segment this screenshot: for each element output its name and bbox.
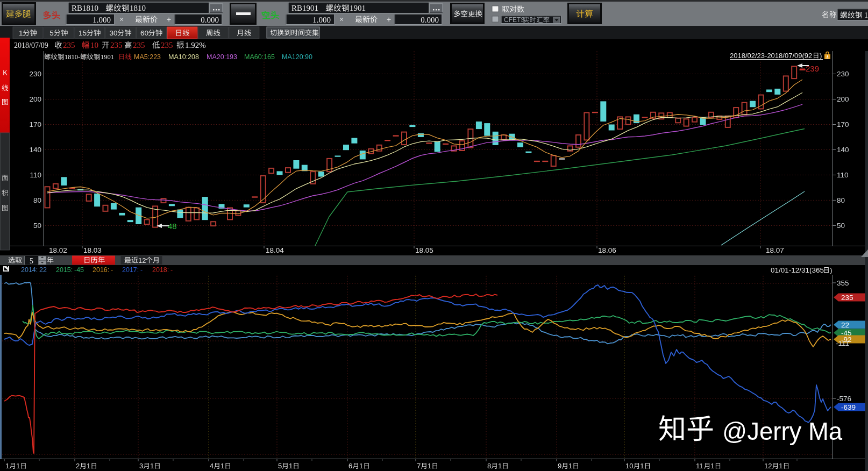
svg-text:140: 140	[29, 146, 41, 154]
svg-text:30: 30	[110, 29, 118, 37]
svg-text:235: 235	[161, 41, 173, 49]
svg-text:): )	[820, 52, 822, 60]
svg-text:1: 1	[498, 462, 502, 470]
svg-text:170: 170	[837, 120, 849, 129]
svg-text:80: 80	[33, 196, 41, 204]
svg-text:1: 1	[220, 462, 224, 470]
svg-text:MA60:165: MA60:165	[244, 53, 275, 61]
svg-text:5: 5	[49, 29, 54, 37]
svg-text:230: 230	[837, 70, 849, 78]
svg-text:1.000: 1.000	[312, 16, 331, 24]
svg-text:5: 5	[278, 462, 282, 470]
svg-text:1: 1	[359, 462, 363, 470]
svg-text:18.02: 18.02	[49, 246, 67, 254]
svg-text:RB1901: RB1901	[291, 4, 318, 12]
svg-text:-: -	[111, 266, 113, 274]
svg-text:22: 22	[841, 321, 849, 329]
svg-text:1: 1	[779, 462, 782, 470]
svg-text:10: 10	[90, 41, 98, 49]
svg-text:×: ×	[119, 15, 124, 24]
svg-text:7: 7	[417, 462, 421, 470]
svg-text:9: 9	[558, 462, 561, 470]
svg-text:200: 200	[29, 95, 41, 103]
svg-text:MA10:208: MA10:208	[168, 53, 199, 61]
svg-text:15: 15	[79, 29, 87, 37]
svg-text:1: 1	[568, 462, 572, 470]
svg-text:-639: -639	[841, 403, 856, 411]
svg-text:235: 235	[133, 41, 145, 49]
svg-text:50: 50	[837, 222, 845, 230]
svg-text:+: +	[387, 15, 391, 24]
svg-text:2016:: 2016:	[93, 266, 109, 274]
svg-text:1: 1	[289, 462, 293, 470]
svg-text:1: 1	[710, 462, 714, 470]
svg-text:1.92%: 1.92%	[185, 41, 206, 49]
svg-text:170: 170	[29, 120, 41, 129]
svg-text:2014:: 2014:	[21, 266, 38, 274]
svg-text:0.000: 0.000	[421, 16, 439, 24]
svg-text:1: 1	[428, 462, 431, 470]
svg-text:2015:: 2015:	[56, 266, 73, 274]
svg-text:CFETS: CFETS	[504, 16, 525, 24]
svg-text:1: 1	[150, 462, 154, 470]
svg-text:1: 1	[640, 462, 644, 470]
svg-text:-45: -45	[74, 266, 84, 274]
svg-text:-111: -111	[836, 339, 849, 347]
svg-text:239: 239	[806, 64, 819, 73]
svg-text:5: 5	[30, 257, 33, 265]
svg-text:2018:: 2018:	[152, 266, 169, 274]
svg-text:18.04: 18.04	[266, 246, 284, 254]
svg-text:MA120:90: MA120:90	[282, 53, 312, 61]
svg-text:80: 80	[837, 196, 845, 204]
svg-text:-: -	[140, 266, 143, 274]
svg-text:140: 140	[837, 146, 849, 154]
svg-text:3: 3	[139, 462, 143, 470]
svg-text:60: 60	[140, 29, 148, 37]
svg-text:200: 200	[837, 95, 849, 103]
svg-text:-576: -576	[837, 395, 851, 403]
svg-text:11: 11	[696, 462, 703, 470]
svg-text:6: 6	[348, 462, 352, 470]
svg-text:2018/07/09: 2018/07/09	[14, 41, 48, 49]
svg-text:230: 230	[29, 70, 41, 78]
svg-text:1: 1	[5, 462, 9, 470]
svg-text:@Jerry Ma: @Jerry Ma	[722, 418, 843, 445]
svg-text:0.000: 0.000	[201, 16, 219, 24]
svg-text:22: 22	[39, 266, 47, 274]
svg-text:235: 235	[110, 41, 123, 49]
svg-text:18.03: 18.03	[83, 246, 102, 254]
svg-text:50: 50	[33, 222, 41, 230]
svg-text:MA5:223: MA5:223	[134, 53, 161, 61]
svg-text:1810-: 1810-	[65, 53, 80, 61]
svg-text:+: +	[167, 15, 171, 24]
svg-text:18.06: 18.06	[598, 246, 616, 254]
svg-text:2018/02/23-2018/07/09(92: 2018/02/23-2018/07/09(92	[730, 52, 812, 60]
svg-text:1.000: 1.000	[93, 16, 111, 24]
svg-text:2017:: 2017:	[122, 266, 139, 274]
svg-text:1810: 1810	[130, 4, 146, 12]
svg-text:1901: 1901	[350, 4, 366, 12]
svg-text:RB1810: RB1810	[72, 4, 98, 12]
svg-text:10: 10	[625, 462, 633, 470]
svg-text:355: 355	[837, 279, 849, 287]
svg-text:235: 235	[841, 294, 853, 302]
svg-text:4: 4	[210, 462, 214, 470]
svg-text:1: 1	[864, 11, 868, 19]
svg-text:1901: 1901	[101, 53, 114, 61]
svg-text:-: -	[170, 266, 173, 274]
svg-text:): )	[830, 266, 833, 274]
svg-text:48: 48	[168, 222, 177, 231]
svg-text:MA20:193: MA20:193	[207, 53, 237, 61]
svg-text:1: 1	[87, 462, 90, 470]
svg-text:8: 8	[487, 462, 491, 470]
svg-text:18.05: 18.05	[415, 246, 433, 254]
svg-text:2: 2	[76, 462, 80, 470]
svg-text:01/01-12/31(365: 01/01-12/31(365	[771, 266, 824, 274]
svg-text:18.07: 18.07	[766, 246, 784, 254]
svg-text:110: 110	[837, 171, 849, 179]
svg-text:12: 12	[764, 462, 772, 470]
svg-text:1: 1	[16, 462, 20, 470]
svg-text:235: 235	[63, 41, 75, 49]
svg-text:110: 110	[30, 171, 41, 179]
svg-text:12: 12	[138, 256, 146, 265]
